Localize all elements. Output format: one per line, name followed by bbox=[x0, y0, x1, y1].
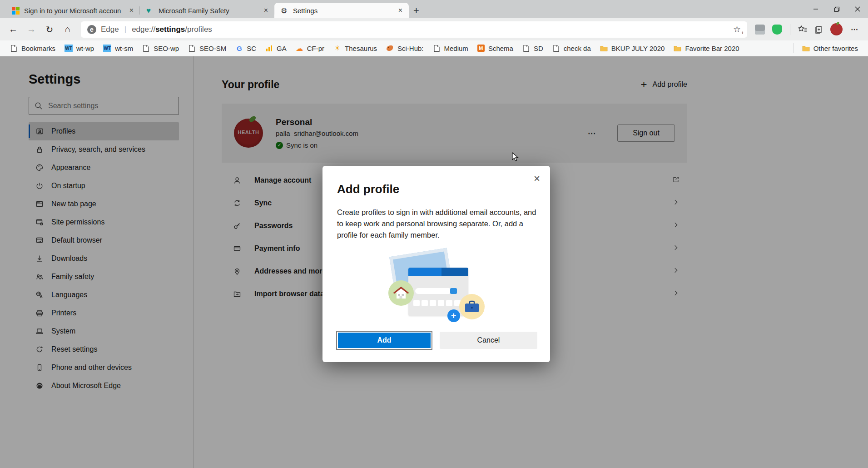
tab-settings-active[interactable]: ⚙ Settings × bbox=[274, 3, 409, 18]
window-minimize-button[interactable] bbox=[805, 0, 826, 18]
window-restore-button[interactable] bbox=[826, 0, 847, 18]
wt-icon: WT bbox=[64, 45, 73, 52]
favorites-hub-button[interactable] bbox=[795, 22, 810, 37]
family-safety-heart-icon: ♥ bbox=[146, 7, 154, 15]
bookmark-folder[interactable]: BKUP JULY 2020 bbox=[595, 42, 670, 55]
window-close-button[interactable] bbox=[847, 0, 868, 18]
add-button[interactable]: Add bbox=[337, 332, 432, 349]
plus-icon: + bbox=[447, 309, 460, 322]
tab-signin[interactable]: Sign in to your Microsoft accoun × bbox=[5, 3, 140, 18]
settings-page: Settings Profiles Privacy, search, and s… bbox=[0, 56, 868, 468]
page-icon bbox=[522, 45, 530, 52]
add-favorite-star-icon[interactable]: ☆+ bbox=[733, 24, 741, 35]
url-host: settings bbox=[155, 25, 185, 34]
other-favorites-folder[interactable]: Other favorites bbox=[798, 42, 863, 55]
wt-icon: WT bbox=[103, 45, 111, 52]
bookmark-item[interactable]: ☁ CF-pr bbox=[291, 42, 329, 55]
analytics-icon bbox=[265, 45, 273, 51]
tab-close-icon[interactable]: × bbox=[261, 6, 271, 15]
tab-close-icon[interactable]: × bbox=[396, 6, 405, 15]
tab-title: Sign in to your Microsoft accoun bbox=[24, 7, 122, 15]
bookmark-item[interactable]: ☀ Thesaurus bbox=[329, 42, 382, 55]
thesaurus-icon: ☀ bbox=[333, 45, 341, 52]
folder-icon bbox=[600, 45, 608, 52]
cancel-button[interactable]: Cancel bbox=[440, 332, 537, 349]
folder-icon bbox=[674, 45, 681, 52]
tab-title: Settings bbox=[293, 7, 391, 15]
refresh-button[interactable]: ↻ bbox=[41, 21, 58, 38]
bookmark-item[interactable]: GA bbox=[261, 42, 291, 55]
bookmark-item[interactable]: SEO-wp bbox=[138, 42, 184, 55]
address-bar[interactable]: e Edge | edge:// settings /profiles ☆+ bbox=[81, 21, 747, 38]
cloudflare-icon: ☁ bbox=[296, 45, 303, 52]
home-button[interactable]: ⌂ bbox=[59, 21, 76, 38]
bookmark-item[interactable]: WT wt-sm bbox=[99, 42, 138, 55]
sci-hub-icon bbox=[386, 45, 394, 52]
folder-icon bbox=[802, 45, 810, 52]
evernote-extension-icon[interactable] bbox=[772, 25, 782, 35]
page-icon bbox=[433, 45, 441, 52]
bookmark-item[interactable]: check da bbox=[548, 42, 595, 55]
toolbar-divider bbox=[790, 24, 790, 35]
tab-title: Microsoft Family Safety bbox=[159, 7, 257, 15]
bookmark-item[interactable]: M Schema bbox=[473, 42, 518, 55]
gear-icon: ⚙ bbox=[281, 7, 288, 15]
bookmark-item[interactable]: SEO-SM bbox=[184, 42, 231, 55]
bookmark-item[interactable]: SD bbox=[518, 42, 548, 55]
collections-button[interactable] bbox=[811, 22, 827, 37]
dialog-close-icon[interactable]: × bbox=[530, 170, 544, 187]
page-icon bbox=[142, 45, 150, 52]
tab-family-safety[interactable]: ♥ Microsoft Family Safety × bbox=[140, 3, 274, 18]
navigation-toolbar: ← → ↻ ⌂ e Edge | edge:// settings /profi… bbox=[0, 18, 868, 40]
settings-and-more-button[interactable]: ⋯ bbox=[846, 25, 863, 34]
page-icon bbox=[188, 45, 196, 52]
dialog-title: Add profile bbox=[337, 182, 536, 196]
schema-icon: M bbox=[477, 45, 485, 52]
bookmark-item[interactable]: WT wt-wp bbox=[60, 42, 99, 55]
tab-strip: Sign in to your Microsoft accoun × ♥ Mic… bbox=[0, 0, 868, 18]
url-scheme: edge:// bbox=[132, 25, 155, 34]
bookmark-item[interactable]: Medium bbox=[428, 42, 473, 55]
dialog-description: Create profiles to sign in with addition… bbox=[337, 207, 537, 240]
page-icon bbox=[552, 45, 560, 52]
forward-button[interactable]: → bbox=[23, 21, 40, 38]
page-icon bbox=[10, 45, 18, 52]
bookmark-folder[interactable]: Favorite Bar 2020 bbox=[669, 42, 744, 55]
url-divider: | bbox=[124, 25, 126, 34]
add-profile-dialog: × Add profile Create profiles to sign in… bbox=[322, 166, 550, 362]
bookmark-item[interactable]: G SC bbox=[231, 42, 261, 55]
bookmark-item[interactable]: Bookmarks bbox=[5, 42, 60, 55]
add-profile-illustration: + bbox=[388, 252, 485, 324]
bookmark-item[interactable]: Sci-Hub: bbox=[382, 42, 428, 55]
extension-chart-icon[interactable] bbox=[755, 25, 765, 35]
url-path: /profiles bbox=[185, 25, 212, 34]
bookmarks-bar: Bookmarks WT wt-wp WT wt-sm SEO-wp SEO-S… bbox=[0, 40, 868, 56]
mouse-cursor bbox=[512, 152, 519, 164]
briefcase-icon bbox=[459, 294, 485, 319]
tab-close-icon[interactable]: × bbox=[127, 6, 136, 15]
bookmarks-divider bbox=[794, 43, 794, 53]
profile-avatar-button[interactable] bbox=[830, 23, 843, 35]
microsoft-logo-icon bbox=[12, 7, 20, 15]
url-site-name: Edge bbox=[101, 25, 119, 34]
new-tab-button[interactable]: + bbox=[409, 5, 426, 18]
home-icon bbox=[388, 280, 414, 306]
google-icon: G bbox=[235, 45, 243, 52]
back-button[interactable]: ← bbox=[5, 21, 22, 38]
edge-logo-icon: e bbox=[87, 25, 96, 34]
